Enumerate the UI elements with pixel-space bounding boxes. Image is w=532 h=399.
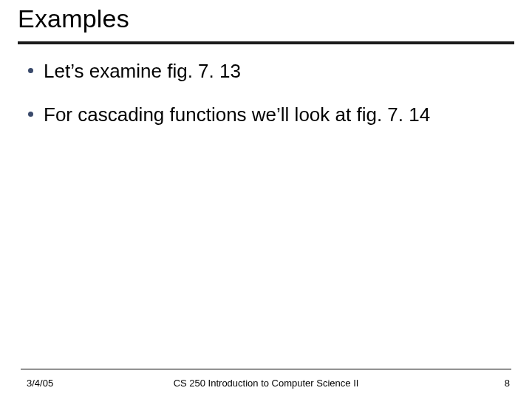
bullet-icon — [28, 112, 33, 117]
list-item: For cascading functions we’ll look at fi… — [28, 103, 517, 127]
list-item: Let’s examine fig. 7. 13 — [28, 59, 517, 83]
slide: Examples Let’s examine fig. 7. 13 For ca… — [0, 0, 532, 399]
footer-course: CS 250 Introduction to Computer Science … — [0, 378, 532, 389]
bullet-text: For cascading functions we’ll look at fi… — [44, 103, 517, 127]
footer: 3/4/05 CS 250 Introduction to Computer S… — [0, 372, 532, 389]
slide-title: Examples — [18, 4, 129, 33]
bullet-icon — [28, 68, 33, 73]
footer-page-number: 8 — [505, 378, 510, 389]
bullet-list: Let’s examine fig. 7. 13 For cascading f… — [28, 59, 517, 146]
bullet-text: Let’s examine fig. 7. 13 — [44, 59, 517, 83]
title-divider — [18, 41, 514, 44]
footer-divider — [21, 369, 511, 369]
